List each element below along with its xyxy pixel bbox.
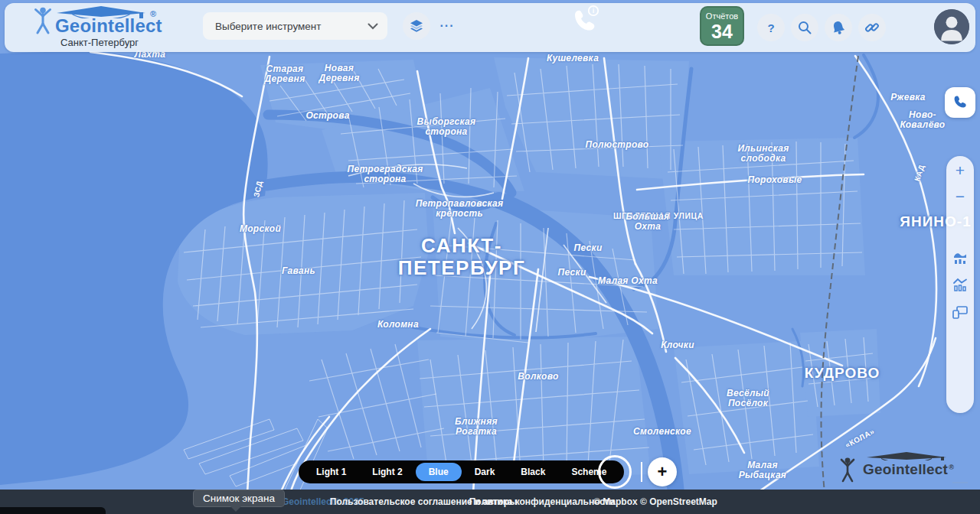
watermark-registered: ® (949, 464, 954, 471)
basemap-theme-switcher: Light 1Light 2BlueDarkBlackScheme (299, 460, 624, 483)
zoom-in-button[interactable]: + (946, 159, 974, 182)
user-silhouette-icon (934, 9, 969, 44)
minimap-ring-button[interactable] (598, 455, 632, 489)
theme-bar-divider (641, 462, 642, 482)
map-watermark: Geointellect® (838, 457, 954, 483)
reports-counter-badge[interactable]: Отчётов 34 (700, 6, 744, 46)
map-canvas[interactable] (0, 0, 980, 514)
share-link-button[interactable] (858, 14, 886, 41)
theme-option-dark[interactable]: Dark (462, 463, 508, 481)
zoom-in-glyph: + (956, 161, 965, 180)
layers-icon (409, 18, 424, 34)
add-plus-glyph: + (658, 464, 668, 480)
tool-select-value: Выберите инструмент (215, 21, 368, 32)
footer-link[interactable]: © Mapbox © OpenStreetMap (593, 490, 717, 514)
devices-icon (952, 304, 969, 320)
reports-label: Отчётов (706, 11, 738, 21)
screenshot-tooltip-text: Снимок экрана (203, 493, 275, 504)
devices-button[interactable] (946, 301, 974, 324)
search-icon (798, 21, 812, 34)
logo-brand-text[interactable]: Geointellect (55, 15, 162, 37)
link-icon (864, 20, 880, 35)
area-report-button[interactable] (946, 246, 974, 269)
zoom-out-glyph: − (956, 187, 965, 206)
footer-corner-strip (0, 507, 106, 514)
add-button[interactable]: + (648, 457, 677, 486)
zoom-out-button[interactable]: − (946, 185, 974, 208)
contact-phone-button[interactable] (945, 87, 975, 118)
map-tools-toolbar: + − (946, 156, 974, 413)
layers-button[interactable] (403, 12, 430, 40)
notifications-button[interactable] (825, 14, 852, 41)
svg-text:i: i (593, 7, 595, 15)
theme-option-black[interactable]: Black (508, 463, 558, 481)
phone-icon (952, 95, 968, 110)
logo-registered-mark: ® (150, 9, 156, 18)
tool-select-dropdown[interactable]: Выберите инструмент (203, 12, 387, 40)
watermark-cap-icon (864, 451, 949, 460)
statistics-button[interactable] (946, 273, 974, 296)
line-chart-icon (952, 277, 968, 292)
watermark-figure-icon (838, 457, 857, 483)
logo-figure-icon (32, 6, 54, 35)
area-chart-icon (952, 250, 968, 265)
screenshot-tooltip: Снимок экрана (193, 490, 285, 507)
phone-info-icon: i (570, 5, 603, 32)
header-city-label: Санкт-Петербург (42, 37, 157, 48)
theme-option-light-2[interactable]: Light 2 (359, 463, 415, 481)
theme-option-light-1[interactable]: Light 1 (303, 463, 359, 481)
footer-bar: Geointellect® 2025 Пользовательское согл… (0, 490, 980, 514)
more-options-button[interactable]: ··· (433, 12, 461, 40)
watermark-brand: Geointellect (863, 461, 948, 477)
user-avatar[interactable] (934, 9, 969, 44)
theme-option-blue[interactable]: Blue (416, 463, 462, 481)
help-question-mark: ? (767, 21, 774, 34)
bell-icon (831, 20, 846, 35)
chevron-down-icon (368, 23, 378, 30)
search-button[interactable] (791, 14, 818, 41)
toolbar-divider (952, 482, 968, 483)
help-button[interactable]: ? (757, 14, 785, 41)
reports-count: 34 (711, 21, 733, 41)
